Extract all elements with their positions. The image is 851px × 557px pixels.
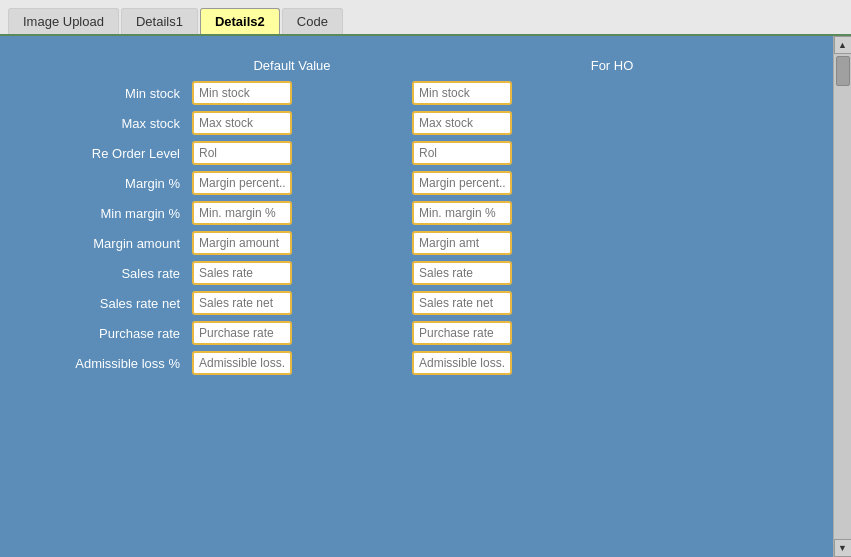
tab-code[interactable]: Code xyxy=(282,8,343,34)
row-label-1: Max stock xyxy=(32,116,192,131)
input-default-field-0[interactable] xyxy=(192,81,292,105)
table-row: Max stock xyxy=(32,111,801,135)
input-default-4 xyxy=(192,201,292,225)
input-default-3 xyxy=(192,171,292,195)
table-row: Min stock xyxy=(32,81,801,105)
input-ho-3 xyxy=(412,171,512,195)
scroll-thumb[interactable] xyxy=(836,56,850,86)
table-row: Margin % xyxy=(32,171,801,195)
default-value-header: Default Value xyxy=(192,58,392,73)
row-label-5: Margin amount xyxy=(32,236,192,251)
row-label-7: Sales rate net xyxy=(32,296,192,311)
input-ho-7 xyxy=(412,291,512,315)
input-default-field-2[interactable] xyxy=(192,141,292,165)
rows-container: Min stockMax stockRe Order LevelMargin %… xyxy=(32,81,801,375)
table-row: Sales rate net xyxy=(32,291,801,315)
input-default-field-7[interactable] xyxy=(192,291,292,315)
input-default-field-8[interactable] xyxy=(192,321,292,345)
input-default-0 xyxy=(192,81,292,105)
input-default-1 xyxy=(192,111,292,135)
scroll-up-button[interactable]: ▲ xyxy=(834,36,852,54)
input-ho-field-4[interactable] xyxy=(412,201,512,225)
table-row: Sales rate xyxy=(32,261,801,285)
columns-header: Default Value For HO xyxy=(32,58,801,73)
input-ho-8 xyxy=(412,321,512,345)
row-label-3: Margin % xyxy=(32,176,192,191)
input-default-2 xyxy=(192,141,292,165)
input-ho-field-1[interactable] xyxy=(412,111,512,135)
table-row: Re Order Level xyxy=(32,141,801,165)
tab-bar: Image UploadDetails1Details2Code xyxy=(0,0,851,36)
input-default-5 xyxy=(192,231,292,255)
input-ho-field-2[interactable] xyxy=(412,141,512,165)
row-label-9: Admissible loss % xyxy=(32,356,192,371)
input-ho-4 xyxy=(412,201,512,225)
row-label-8: Purchase rate xyxy=(32,326,192,341)
row-label-6: Sales rate xyxy=(32,266,192,281)
input-ho-field-8[interactable] xyxy=(412,321,512,345)
input-ho-9 xyxy=(412,351,512,375)
scrollbar[interactable]: ▲ ▼ xyxy=(833,36,851,557)
scroll-down-button[interactable]: ▼ xyxy=(834,539,852,557)
input-ho-5 xyxy=(412,231,512,255)
input-ho-field-5[interactable] xyxy=(412,231,512,255)
row-label-4: Min margin % xyxy=(32,206,192,221)
input-ho-field-3[interactable] xyxy=(412,171,512,195)
input-ho-field-9[interactable] xyxy=(412,351,512,375)
tab-details1[interactable]: Details1 xyxy=(121,8,198,34)
input-default-field-3[interactable] xyxy=(192,171,292,195)
scroll-body xyxy=(836,54,850,539)
tab-details2[interactable]: Details2 xyxy=(200,8,280,34)
outer-wrapper: Default Value For HO Min stockMax stockR… xyxy=(0,36,851,557)
label-col-header xyxy=(32,58,192,73)
row-label-2: Re Order Level xyxy=(32,146,192,161)
input-default-field-4[interactable] xyxy=(192,201,292,225)
content-panel: Default Value For HO Min stockMax stockR… xyxy=(12,48,821,401)
input-default-field-1[interactable] xyxy=(192,111,292,135)
input-ho-0 xyxy=(412,81,512,105)
table-row: Min margin % xyxy=(32,201,801,225)
input-ho-field-6[interactable] xyxy=(412,261,512,285)
input-ho-field-7[interactable] xyxy=(412,291,512,315)
input-default-6 xyxy=(192,261,292,285)
tab-image-upload[interactable]: Image Upload xyxy=(8,8,119,34)
input-ho-1 xyxy=(412,111,512,135)
for-ho-header: For HO xyxy=(512,58,712,73)
input-default-field-9[interactable] xyxy=(192,351,292,375)
main-area: Default Value For HO Min stockMax stockR… xyxy=(0,36,833,557)
input-default-9 xyxy=(192,351,292,375)
input-default-field-5[interactable] xyxy=(192,231,292,255)
input-default-8 xyxy=(192,321,292,345)
input-ho-field-0[interactable] xyxy=(412,81,512,105)
table-row: Margin amount xyxy=(32,231,801,255)
table-row: Purchase rate xyxy=(32,321,801,345)
input-default-7 xyxy=(192,291,292,315)
spacer-header xyxy=(392,58,512,73)
row-label-0: Min stock xyxy=(32,86,192,101)
table-row: Admissible loss % xyxy=(32,351,801,375)
input-ho-6 xyxy=(412,261,512,285)
input-ho-2 xyxy=(412,141,512,165)
input-default-field-6[interactable] xyxy=(192,261,292,285)
